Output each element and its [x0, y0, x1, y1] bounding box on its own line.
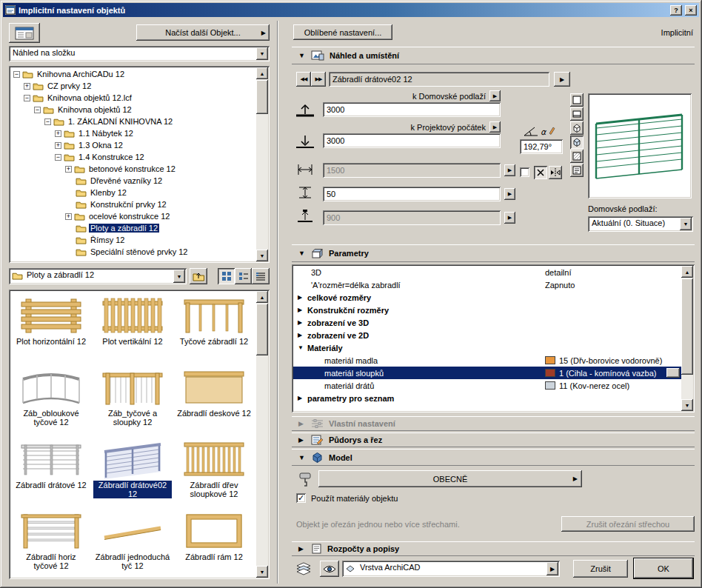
library-item[interactable]: Plot vertikální 12: [92, 291, 173, 363]
tree-item[interactable]: −1.4 Konstrukce 12: [10, 151, 255, 163]
parameter-row[interactable]: ▶parametry pro seznam: [293, 392, 681, 404]
story-elevation-field[interactable]: 3000: [323, 102, 501, 117]
library-item[interactable]: Zábradlí horiz tyčové 12: [10, 507, 92, 578]
section-parameters-header[interactable]: ▼ Parametry: [292, 244, 695, 262]
tree-item[interactable]: Klenby 12: [10, 187, 255, 198]
tree-expander-icon[interactable]: −: [34, 107, 41, 113]
parameter-row[interactable]: 'A'rozměr=délka zabradlíZapnuto: [293, 278, 681, 291]
tree-expander-icon[interactable]: +: [65, 166, 72, 173]
tree-item[interactable]: +CZ prvky 12: [10, 80, 255, 92]
tree-item[interactable]: Dřevěné vazníky 12: [10, 175, 255, 187]
anchor-story-menu-button[interactable]: ▶: [489, 90, 501, 101]
tree-expander-icon[interactable]: +: [55, 130, 61, 137]
grid-scrollbar[interactable]: ▲ ▼: [256, 291, 268, 578]
preview-plan-button[interactable]: [570, 93, 584, 107]
object-name-field[interactable]: Zábradlí drátové02 12: [329, 72, 549, 87]
param-group-arrow-icon[interactable]: ▶: [298, 319, 304, 326]
preview-front-button[interactable]: [570, 107, 584, 121]
section-listing-header[interactable]: ▶ Rozpočty a popisy: [292, 541, 695, 556]
library-item[interactable]: Plot horizontální 12: [10, 291, 92, 363]
scroll-down-button[interactable]: ▼: [256, 250, 268, 261]
param-group-arrow-icon[interactable]: ▼: [298, 344, 304, 351]
scroll-down-button[interactable]: ▼: [681, 399, 693, 411]
dim-a-menu-button[interactable]: ▶: [504, 164, 515, 176]
tree-item[interactable]: −Knihovna objektů 12: [10, 104, 255, 116]
use-object-materials-checkbox[interactable]: ✓: [296, 493, 306, 503]
details-view-button[interactable]: [252, 268, 270, 284]
parameter-row[interactable]: materiál drátů11 (Kov-nerez ocel): [293, 379, 681, 392]
library-item[interactable]: Záb_tyčové a sloupky 12: [92, 363, 173, 435]
parameters-scrollbar[interactable]: ▲ ▼: [681, 266, 693, 411]
layer-visibility-button[interactable]: [320, 561, 339, 577]
x-mark-button[interactable]: [534, 166, 547, 179]
tree-item[interactable]: Římsy 12: [10, 234, 255, 246]
parameter-row[interactable]: ▶Konstrukční rozměry: [293, 304, 681, 316]
library-item[interactable]: Zábradlí dřev sloupkové 12: [173, 435, 255, 507]
dim-c-menu-button[interactable]: ▶: [504, 212, 515, 224]
large-icons-view-button[interactable]: [218, 268, 235, 284]
dropdown-arrow-icon[interactable]: ▼: [173, 270, 185, 283]
mirror-button[interactable]: [549, 166, 562, 179]
library-item[interactable]: Zábradlí rám 12: [173, 507, 255, 578]
section-plan-header[interactable]: ▶ Půdorys a řez: [292, 432, 695, 447]
object-menu-button[interactable]: ▶: [554, 72, 570, 87]
scroll-down-button[interactable]: ▼: [256, 566, 268, 578]
dropdown-arrow-icon[interactable]: ▼: [680, 218, 692, 230]
parameter-row[interactable]: ▶celkové rozměry: [293, 291, 681, 304]
home-story-select[interactable]: Aktuální (0. Situace) ▼: [588, 216, 693, 232]
folder-view-select[interactable]: Náhled na složku ▼: [9, 46, 270, 61]
material-picker-button[interactable]: [666, 368, 680, 378]
tree-item[interactable]: Speciální stěnové prvky 12: [10, 246, 255, 258]
library-item[interactable]: Tyčové zábradlí 12: [173, 291, 255, 363]
relative-angle-checkbox[interactable]: [520, 167, 529, 177]
parameter-row[interactable]: materiál sloupků1 (Cihla - komínová vazb…: [293, 367, 681, 379]
param-group-arrow-icon[interactable]: ▶: [298, 332, 304, 338]
preview-section-view-button[interactable]: [570, 150, 584, 163]
tree-expander-icon[interactable]: +: [65, 213, 72, 220]
cancel-button[interactable]: Zrušit: [573, 560, 628, 578]
tree-item[interactable]: −Knihovna objektů 12.lcf: [10, 92, 255, 104]
param-group-arrow-icon[interactable]: ▶: [298, 294, 304, 301]
tree-expander-icon[interactable]: −: [13, 71, 20, 78]
parameter-row[interactable]: materiál madla15 (Dřv-borovice vodorovně…: [293, 354, 681, 367]
tree-item[interactable]: −1. ZÁKLADNÍ KNIHOVNA 12: [10, 116, 255, 127]
scrollbar-thumb[interactable]: [681, 278, 693, 375]
dropdown-arrow-icon[interactable]: ▼: [256, 47, 268, 60]
tree-expander-icon[interactable]: −: [55, 154, 61, 161]
rotation-angle-field[interactable]: 192,79°: [520, 139, 563, 154]
settings-dialog-toggle-button[interactable]: [9, 23, 40, 43]
tree-expander-icon[interactable]: +: [24, 83, 30, 90]
material-general-button[interactable]: OBECNĚ ▶: [318, 470, 582, 487]
tree-item[interactable]: Ploty a zábradlí 12: [10, 222, 255, 234]
library-item[interactable]: Zábradlí drátové 12: [10, 435, 92, 507]
dim-b-field[interactable]: 50: [323, 187, 501, 201]
section-preview-header[interactable]: ▼ Náhled a umístění: [292, 47, 695, 64]
tree-expander-icon[interactable]: −: [44, 118, 51, 125]
tree-item[interactable]: Konstrukční prvky 12: [10, 198, 255, 210]
anchor-origin-menu-button[interactable]: ▶: [489, 121, 501, 133]
folder-up-button[interactable]: [190, 268, 207, 284]
tree-item[interactable]: +1.3 Okna 12: [10, 139, 255, 151]
tree-item[interactable]: −Knihovna ArchiCADu 12: [10, 68, 255, 80]
tree-expander-icon[interactable]: −: [24, 95, 30, 101]
origin-elevation-field[interactable]: 3000: [323, 133, 501, 148]
tree-item[interactable]: +betonové konstrukce 12: [10, 163, 255, 175]
scroll-up-button[interactable]: ▲: [256, 291, 268, 303]
scroll-up-button[interactable]: ▲: [256, 67, 268, 79]
library-item[interactable]: Zábradlí jednoduchá tyč 12: [92, 507, 173, 578]
tree-item[interactable]: +1.1 Nábytek 12: [10, 127, 255, 139]
preview-notes-button[interactable]: [570, 164, 584, 177]
layer-select[interactable]: Vrstva ArchiCAD ▶: [342, 561, 560, 577]
dim-b-menu-button[interactable]: ▶: [504, 188, 515, 200]
preview-axon-button[interactable]: [570, 121, 584, 135]
param-group-arrow-icon[interactable]: ▶: [298, 307, 304, 313]
object-preview-image[interactable]: [588, 93, 692, 198]
library-item[interactable]: Záb_obloukové tyčové 12: [10, 363, 92, 435]
library-item[interactable]: Zábradlí deskové 12: [173, 363, 255, 435]
param-group-arrow-icon[interactable]: ▶: [298, 395, 304, 401]
list-view-button[interactable]: [235, 268, 252, 284]
tree-scrollbar[interactable]: ▲ ▼: [256, 67, 268, 261]
scrollbar-thumb[interactable]: [256, 80, 268, 114]
ok-button[interactable]: OK: [634, 558, 693, 578]
section-custom-header[interactable]: ▶ Vlastní nastavení: [292, 416, 695, 431]
